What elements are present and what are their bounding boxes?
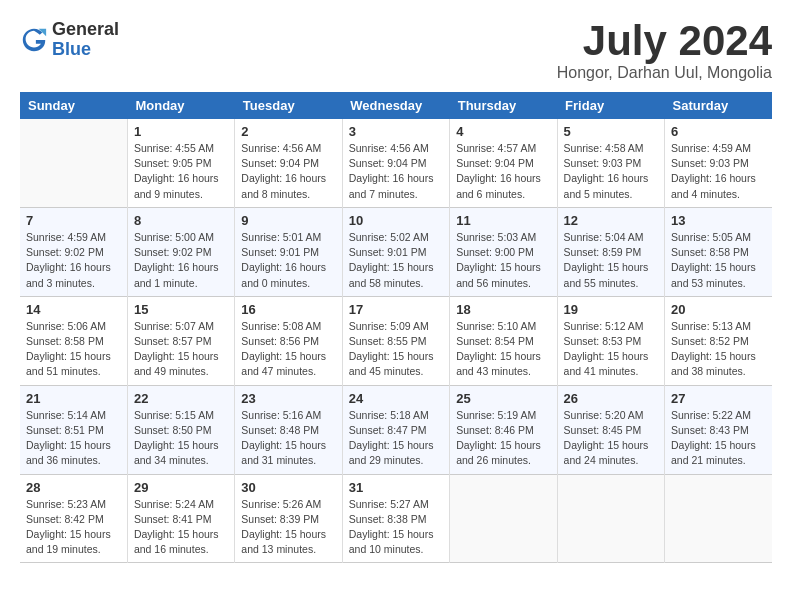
calendar-week-5: 28Sunrise: 5:23 AM Sunset: 8:42 PM Dayli…: [20, 474, 772, 563]
day-info: Sunrise: 5:02 AM Sunset: 9:01 PM Dayligh…: [349, 230, 443, 291]
calendar-week-1: 1Sunrise: 4:55 AM Sunset: 9:05 PM Daylig…: [20, 119, 772, 207]
day-info: Sunrise: 5:15 AM Sunset: 8:50 PM Dayligh…: [134, 408, 228, 469]
calendar-cell: 24Sunrise: 5:18 AM Sunset: 8:47 PM Dayli…: [342, 385, 449, 474]
calendar-cell: 19Sunrise: 5:12 AM Sunset: 8:53 PM Dayli…: [557, 296, 664, 385]
day-number: 10: [349, 213, 443, 228]
day-number: 19: [564, 302, 658, 317]
calendar-cell: 8Sunrise: 5:00 AM Sunset: 9:02 PM Daylig…: [127, 207, 234, 296]
day-number: 24: [349, 391, 443, 406]
weekday-header-sunday: Sunday: [20, 92, 127, 119]
day-number: 30: [241, 480, 335, 495]
day-info: Sunrise: 5:01 AM Sunset: 9:01 PM Dayligh…: [241, 230, 335, 291]
day-info: Sunrise: 5:05 AM Sunset: 8:58 PM Dayligh…: [671, 230, 766, 291]
day-info: Sunrise: 4:58 AM Sunset: 9:03 PM Dayligh…: [564, 141, 658, 202]
weekday-header-row: SundayMondayTuesdayWednesdayThursdayFrid…: [20, 92, 772, 119]
calendar-subtitle: Hongor, Darhan Uul, Mongolia: [557, 64, 772, 82]
calendar-cell: 29Sunrise: 5:24 AM Sunset: 8:41 PM Dayli…: [127, 474, 234, 563]
calendar-week-3: 14Sunrise: 5:06 AM Sunset: 8:58 PM Dayli…: [20, 296, 772, 385]
day-number: 16: [241, 302, 335, 317]
weekday-header-monday: Monday: [127, 92, 234, 119]
weekday-header-wednesday: Wednesday: [342, 92, 449, 119]
calendar-cell: 2Sunrise: 4:56 AM Sunset: 9:04 PM Daylig…: [235, 119, 342, 207]
day-number: 4: [456, 124, 550, 139]
calendar-cell: 31Sunrise: 5:27 AM Sunset: 8:38 PM Dayli…: [342, 474, 449, 563]
calendar-title: July 2024: [557, 20, 772, 62]
calendar-cell: 6Sunrise: 4:59 AM Sunset: 9:03 PM Daylig…: [665, 119, 772, 207]
day-number: 14: [26, 302, 121, 317]
day-number: 25: [456, 391, 550, 406]
calendar-cell: 16Sunrise: 5:08 AM Sunset: 8:56 PM Dayli…: [235, 296, 342, 385]
day-number: 15: [134, 302, 228, 317]
day-info: Sunrise: 5:09 AM Sunset: 8:55 PM Dayligh…: [349, 319, 443, 380]
day-number: 6: [671, 124, 766, 139]
day-number: 2: [241, 124, 335, 139]
weekday-header-tuesday: Tuesday: [235, 92, 342, 119]
calendar-header: SundayMondayTuesdayWednesdayThursdayFrid…: [20, 92, 772, 119]
day-number: 5: [564, 124, 658, 139]
day-info: Sunrise: 4:55 AM Sunset: 9:05 PM Dayligh…: [134, 141, 228, 202]
calendar-cell: 4Sunrise: 4:57 AM Sunset: 9:04 PM Daylig…: [450, 119, 557, 207]
day-info: Sunrise: 5:20 AM Sunset: 8:45 PM Dayligh…: [564, 408, 658, 469]
day-info: Sunrise: 5:10 AM Sunset: 8:54 PM Dayligh…: [456, 319, 550, 380]
day-info: Sunrise: 5:22 AM Sunset: 8:43 PM Dayligh…: [671, 408, 766, 469]
day-info: Sunrise: 5:07 AM Sunset: 8:57 PM Dayligh…: [134, 319, 228, 380]
logo: General Blue: [20, 20, 119, 60]
calendar-cell: 3Sunrise: 4:56 AM Sunset: 9:04 PM Daylig…: [342, 119, 449, 207]
logo-icon: [20, 26, 48, 54]
day-info: Sunrise: 4:56 AM Sunset: 9:04 PM Dayligh…: [349, 141, 443, 202]
day-info: Sunrise: 4:57 AM Sunset: 9:04 PM Dayligh…: [456, 141, 550, 202]
calendar-cell: 20Sunrise: 5:13 AM Sunset: 8:52 PM Dayli…: [665, 296, 772, 385]
calendar-cell: [665, 474, 772, 563]
day-number: 9: [241, 213, 335, 228]
day-number: 8: [134, 213, 228, 228]
day-info: Sunrise: 5:16 AM Sunset: 8:48 PM Dayligh…: [241, 408, 335, 469]
title-section: July 2024 Hongor, Darhan Uul, Mongolia: [557, 20, 772, 82]
day-number: 17: [349, 302, 443, 317]
day-number: 21: [26, 391, 121, 406]
day-info: Sunrise: 5:19 AM Sunset: 8:46 PM Dayligh…: [456, 408, 550, 469]
day-number: 31: [349, 480, 443, 495]
calendar-week-4: 21Sunrise: 5:14 AM Sunset: 8:51 PM Dayli…: [20, 385, 772, 474]
day-info: Sunrise: 5:18 AM Sunset: 8:47 PM Dayligh…: [349, 408, 443, 469]
day-number: 26: [564, 391, 658, 406]
day-number: 1: [134, 124, 228, 139]
calendar-cell: 12Sunrise: 5:04 AM Sunset: 8:59 PM Dayli…: [557, 207, 664, 296]
day-info: Sunrise: 5:12 AM Sunset: 8:53 PM Dayligh…: [564, 319, 658, 380]
day-info: Sunrise: 5:04 AM Sunset: 8:59 PM Dayligh…: [564, 230, 658, 291]
day-number: 29: [134, 480, 228, 495]
day-info: Sunrise: 5:23 AM Sunset: 8:42 PM Dayligh…: [26, 497, 121, 558]
day-number: 13: [671, 213, 766, 228]
calendar-cell: 10Sunrise: 5:02 AM Sunset: 9:01 PM Dayli…: [342, 207, 449, 296]
day-info: Sunrise: 5:14 AM Sunset: 8:51 PM Dayligh…: [26, 408, 121, 469]
day-info: Sunrise: 5:00 AM Sunset: 9:02 PM Dayligh…: [134, 230, 228, 291]
day-number: 23: [241, 391, 335, 406]
calendar-cell: 7Sunrise: 4:59 AM Sunset: 9:02 PM Daylig…: [20, 207, 127, 296]
day-number: 27: [671, 391, 766, 406]
calendar-cell: 1Sunrise: 4:55 AM Sunset: 9:05 PM Daylig…: [127, 119, 234, 207]
calendar-cell: 26Sunrise: 5:20 AM Sunset: 8:45 PM Dayli…: [557, 385, 664, 474]
calendar-cell: [20, 119, 127, 207]
day-number: 3: [349, 124, 443, 139]
day-number: 11: [456, 213, 550, 228]
day-number: 12: [564, 213, 658, 228]
day-number: 22: [134, 391, 228, 406]
day-info: Sunrise: 5:27 AM Sunset: 8:38 PM Dayligh…: [349, 497, 443, 558]
calendar-cell: 17Sunrise: 5:09 AM Sunset: 8:55 PM Dayli…: [342, 296, 449, 385]
calendar-cell: 18Sunrise: 5:10 AM Sunset: 8:54 PM Dayli…: [450, 296, 557, 385]
calendar-cell: 27Sunrise: 5:22 AM Sunset: 8:43 PM Dayli…: [665, 385, 772, 474]
day-info: Sunrise: 5:06 AM Sunset: 8:58 PM Dayligh…: [26, 319, 121, 380]
calendar-cell: 11Sunrise: 5:03 AM Sunset: 9:00 PM Dayli…: [450, 207, 557, 296]
calendar-cell: 15Sunrise: 5:07 AM Sunset: 8:57 PM Dayli…: [127, 296, 234, 385]
calendar-cell: 25Sunrise: 5:19 AM Sunset: 8:46 PM Dayli…: [450, 385, 557, 474]
day-info: Sunrise: 5:03 AM Sunset: 9:00 PM Dayligh…: [456, 230, 550, 291]
calendar-cell: 23Sunrise: 5:16 AM Sunset: 8:48 PM Dayli…: [235, 385, 342, 474]
calendar-cell: 5Sunrise: 4:58 AM Sunset: 9:03 PM Daylig…: [557, 119, 664, 207]
calendar-week-2: 7Sunrise: 4:59 AM Sunset: 9:02 PM Daylig…: [20, 207, 772, 296]
day-info: Sunrise: 5:08 AM Sunset: 8:56 PM Dayligh…: [241, 319, 335, 380]
day-info: Sunrise: 4:59 AM Sunset: 9:03 PM Dayligh…: [671, 141, 766, 202]
day-info: Sunrise: 4:59 AM Sunset: 9:02 PM Dayligh…: [26, 230, 121, 291]
page-header: General Blue July 2024 Hongor, Darhan Uu…: [20, 20, 772, 82]
calendar-cell: 9Sunrise: 5:01 AM Sunset: 9:01 PM Daylig…: [235, 207, 342, 296]
calendar-cell: 14Sunrise: 5:06 AM Sunset: 8:58 PM Dayli…: [20, 296, 127, 385]
logo-blue-text: Blue: [52, 40, 119, 60]
